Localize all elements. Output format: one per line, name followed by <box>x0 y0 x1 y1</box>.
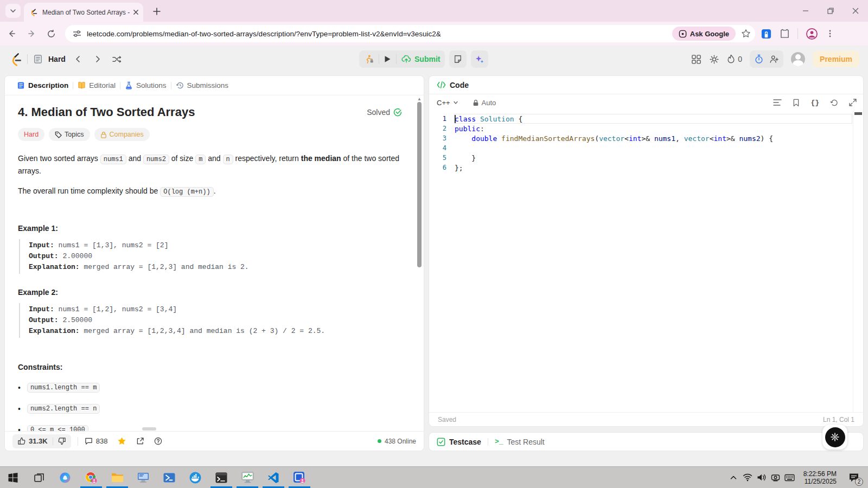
ask-google-button[interactable]: Ask Google <box>672 27 736 41</box>
tab-label: Description <box>28 81 68 89</box>
daily-streak[interactable]: 0 <box>727 54 742 64</box>
taskbar-chrome-icon[interactable] <box>78 467 104 488</box>
problem-list-icon[interactable] <box>33 54 43 64</box>
taskbar-vscode-icon[interactable] <box>260 467 286 488</box>
difficulty-pill[interactable]: Hard <box>18 128 44 141</box>
scroll-up-arrow[interactable]: ▲ <box>417 97 422 102</box>
back-button[interactable] <box>4 26 20 41</box>
window-restore-button[interactable] <box>818 0 843 22</box>
forward-button[interactable] <box>24 26 39 41</box>
help-button[interactable] <box>154 437 162 445</box>
next-question-button[interactable] <box>91 52 105 66</box>
notification-center-button[interactable]: 2 <box>843 467 865 488</box>
tab-solutions[interactable]: Solutions <box>120 81 171 89</box>
leetcode-logo[interactable] <box>10 52 22 66</box>
ai-assistant-button[interactable] <box>471 50 488 68</box>
taskbar-powershell-icon[interactable] <box>156 467 182 488</box>
profile-avatar-icon[interactable] <box>806 28 818 40</box>
favorite-button[interactable] <box>117 436 126 446</box>
prev-question-button[interactable] <box>71 52 85 66</box>
extensions-icon[interactable] <box>780 29 790 39</box>
text-cursor <box>455 115 456 123</box>
cursor-position[interactable]: Ln 1, Col 1 <box>823 416 854 423</box>
taskbar-file-explorer-icon[interactable] <box>104 467 130 488</box>
invite-user-icon[interactable] <box>769 54 779 64</box>
description-scrollbar[interactable]: ▲ ▼ <box>417 97 422 447</box>
taskbar-start-icon[interactable] <box>0 467 26 488</box>
language-selector[interactable]: C++ <box>437 99 458 107</box>
random-question-button[interactable] <box>110 52 124 66</box>
taskbar-docker-icon[interactable] <box>182 467 208 488</box>
bookmark-star-icon[interactable] <box>741 29 751 38</box>
debugger-button[interactable] <box>359 50 379 68</box>
new-tab-button[interactable] <box>151 5 163 17</box>
cloud-upload-icon <box>401 54 411 64</box>
share-icon <box>136 437 144 445</box>
notification-badge: 2 <box>855 478 863 486</box>
password-manager-extension-icon[interactable] <box>761 28 772 40</box>
tab-editorial[interactable]: Editorial <box>73 81 120 89</box>
browser-tab[interactable]: Median of Two Sorted Arrays - <box>24 3 143 22</box>
code-line[interactable]: 1class Solution { <box>429 114 863 124</box>
volume-icon[interactable] <box>755 467 769 488</box>
companies-pill[interactable]: Companies <box>94 128 150 141</box>
tab-search-button[interactable] <box>5 4 21 18</box>
scrollbar-thumb[interactable] <box>417 102 422 267</box>
site-settings-icon[interactable] <box>73 29 81 38</box>
panel-resize-handle[interactable] <box>142 427 156 431</box>
tab-close-icon[interactable] <box>133 9 139 15</box>
taskbar-copilot-icon[interactable] <box>52 467 78 488</box>
timer-invite-group <box>750 50 783 68</box>
snippets-button[interactable]: {} <box>810 99 819 107</box>
timer-icon[interactable] <box>754 54 764 64</box>
chevron-up-icon[interactable] <box>726 467 741 488</box>
user-avatar[interactable] <box>791 52 805 66</box>
reset-code-button[interactable] <box>830 99 838 107</box>
problem-list-label[interactable]: Hard <box>48 55 66 63</box>
taskbar-remote-desktop-icon[interactable] <box>130 467 156 488</box>
taskbar-terminal-icon[interactable] <box>208 467 234 488</box>
comments-button[interactable]: 838 <box>85 437 108 445</box>
submit-button[interactable]: Submit <box>397 50 445 68</box>
auto-mode-toggle[interactable]: Auto <box>473 99 496 107</box>
url-bar[interactable]: leetcode.com/problems/median-of-two-sort… <box>65 25 755 42</box>
bookmark-button[interactable] <box>793 99 800 107</box>
fullscreen-button[interactable] <box>849 99 857 106</box>
dislike-button[interactable] <box>53 434 71 448</box>
editor-overview-ruler-mark <box>854 112 862 115</box>
problem-paragraph: The overall run time complexity should b… <box>18 185 410 198</box>
premium-button[interactable]: Premium <box>813 51 859 67</box>
format-code-button[interactable] <box>773 99 782 106</box>
settings-gear-icon[interactable] <box>709 54 719 65</box>
code-editor[interactable]: 1class Solution {2public:3 double findMe… <box>429 111 863 412</box>
taskbar-system-monitor-icon[interactable] <box>234 467 260 488</box>
camera-icon[interactable] <box>769 467 783 488</box>
code-line[interactable]: 2public: <box>429 124 863 133</box>
layout-icon[interactable] <box>691 54 701 65</box>
window-minimize-button[interactable] <box>793 0 818 22</box>
run-button[interactable] <box>379 50 396 68</box>
test-result-tab[interactable]: >_ Test Result <box>495 438 545 446</box>
code-line[interactable]: 4 <box>429 143 863 153</box>
browser-menu-icon[interactable] <box>826 29 834 38</box>
keyboard-icon[interactable] <box>783 467 797 488</box>
window-close-button[interactable] <box>843 0 868 22</box>
taskbar-task-view-icon[interactable] <box>26 467 52 488</box>
code-line[interactable]: 6}; <box>429 163 863 172</box>
code-line[interactable]: 3 double findMedianSortedArrays(vector<i… <box>429 133 863 143</box>
example-row: Explanation: merged array = [1,2,3] and … <box>29 262 410 273</box>
tab-submissions[interactable]: Submissions <box>171 81 233 89</box>
wifi-icon[interactable] <box>741 467 755 488</box>
share-button[interactable] <box>136 437 144 445</box>
reload-button[interactable] <box>43 26 59 41</box>
testcase-tab[interactable]: Testcase <box>437 438 481 446</box>
taskbar-workspace-app-icon[interactable] <box>286 467 312 488</box>
line-number: 3 <box>429 133 446 143</box>
floating-assistant-button[interactable] <box>822 425 847 450</box>
code-line[interactable]: 5 } <box>429 153 863 163</box>
notes-button[interactable] <box>449 50 467 68</box>
topics-pill[interactable]: Topics <box>49 128 90 141</box>
taskbar-clock[interactable]: 8:22:56 PM 11/25/2025 <box>799 470 841 485</box>
like-button[interactable]: 31.3K <box>12 434 53 448</box>
tab-description[interactable]: Description <box>12 81 73 89</box>
